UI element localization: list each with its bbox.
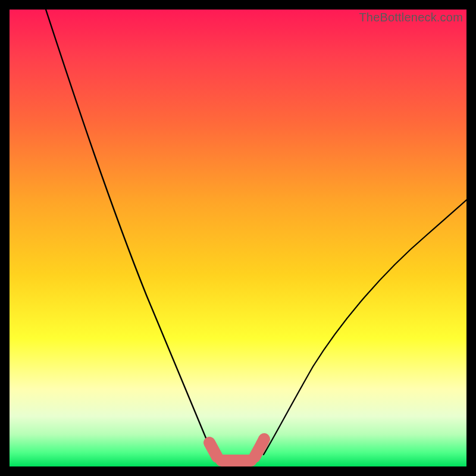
right-curve	[264, 200, 466, 455]
plot-area: TheBottleneck.com	[10, 10, 466, 466]
svg-line-0	[209, 443, 217, 457]
watermark-text: TheBottleneck.com	[359, 11, 463, 24]
svg-line-3	[262, 439, 264, 444]
chart-frame: TheBottleneck.com	[0, 0, 476, 476]
bottom-marker-band	[209, 439, 264, 461]
curve-layer	[10, 10, 466, 466]
left-curve	[46, 10, 218, 458]
